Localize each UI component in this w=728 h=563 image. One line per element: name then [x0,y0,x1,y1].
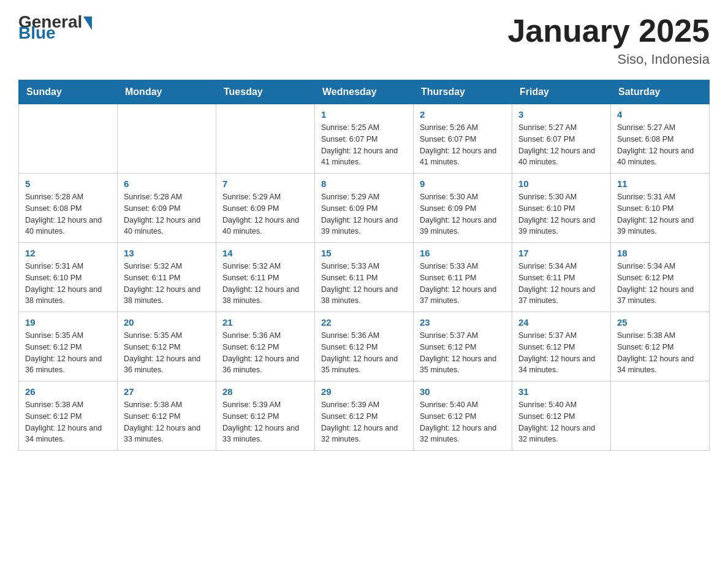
calendar-cell: 7Sunrise: 5:29 AMSunset: 6:09 PMDaylight… [216,174,315,243]
calendar-cell: 4Sunrise: 5:27 AMSunset: 6:08 PMDaylight… [611,104,710,174]
day-number: 16 [420,248,506,258]
day-number: 15 [321,248,407,258]
calendar-cell: 1Sunrise: 5:25 AMSunset: 6:07 PMDaylight… [315,104,414,174]
calendar-cell: 22Sunrise: 5:36 AMSunset: 6:12 PMDayligh… [315,312,414,381]
day-number: 30 [420,386,506,397]
day-info: Sunrise: 5:33 AMSunset: 6:11 PMDaylight:… [420,261,506,307]
day-number: 31 [518,386,604,397]
day-info: Sunrise: 5:38 AMSunset: 6:12 PMDaylight:… [25,399,111,445]
calendar-table: Sunday Monday Tuesday Wednesday Thursday… [18,80,710,451]
page-title: January 2025 [507,12,710,49]
calendar-cell: 2Sunrise: 5:26 AMSunset: 6:07 PMDaylight… [414,104,512,174]
calendar-cell: 28Sunrise: 5:39 AMSunset: 6:12 PMDayligh… [216,381,315,451]
calendar-cell: 30Sunrise: 5:40 AMSunset: 6:12 PMDayligh… [414,381,512,451]
day-number: 18 [617,248,703,258]
day-info: Sunrise: 5:40 AMSunset: 6:12 PMDaylight:… [420,399,506,445]
calendar-cell: 29Sunrise: 5:39 AMSunset: 6:12 PMDayligh… [315,381,414,451]
calendar-cell: 15Sunrise: 5:33 AMSunset: 6:11 PMDayligh… [315,243,414,312]
day-info: Sunrise: 5:37 AMSunset: 6:12 PMDaylight:… [518,330,604,376]
day-info: Sunrise: 5:27 AMSunset: 6:07 PMDaylight:… [518,122,604,168]
day-info: Sunrise: 5:25 AMSunset: 6:07 PMDaylight:… [321,122,407,168]
col-tuesday: Tuesday [216,80,315,104]
page-subtitle: Siso, Indonesia [507,52,710,67]
day-number: 25 [617,317,703,327]
day-info: Sunrise: 5:39 AMSunset: 6:12 PMDaylight:… [321,399,407,445]
calendar-week-row: 19Sunrise: 5:35 AMSunset: 6:12 PMDayligh… [19,312,710,381]
day-info: Sunrise: 5:32 AMSunset: 6:11 PMDaylight:… [222,261,308,307]
calendar-cell: 25Sunrise: 5:38 AMSunset: 6:12 PMDayligh… [611,312,710,381]
day-number: 9 [420,178,506,189]
day-info: Sunrise: 5:38 AMSunset: 6:12 PMDaylight:… [124,399,210,445]
calendar-cell: 19Sunrise: 5:35 AMSunset: 6:12 PMDayligh… [19,312,118,381]
day-number: 20 [124,317,210,327]
day-info: Sunrise: 5:38 AMSunset: 6:12 PMDaylight:… [617,330,703,376]
day-number: 3 [518,109,604,120]
calendar-cell: 26Sunrise: 5:38 AMSunset: 6:12 PMDayligh… [19,381,118,451]
calendar-cell: 3Sunrise: 5:27 AMSunset: 6:07 PMDaylight… [512,104,611,174]
day-info: Sunrise: 5:30 AMSunset: 6:09 PMDaylight:… [420,191,506,237]
calendar-cell: 24Sunrise: 5:37 AMSunset: 6:12 PMDayligh… [512,312,611,381]
calendar-cell: 31Sunrise: 5:40 AMSunset: 6:12 PMDayligh… [512,381,611,451]
day-info: Sunrise: 5:33 AMSunset: 6:11 PMDaylight:… [321,261,407,307]
page-header: General Blue January 2025 Siso, Indonesi… [18,12,710,67]
day-number: 24 [518,317,604,327]
calendar-week-row: 12Sunrise: 5:31 AMSunset: 6:10 PMDayligh… [19,243,710,312]
calendar-cell: 5Sunrise: 5:28 AMSunset: 6:08 PMDaylight… [19,174,118,243]
calendar-cell: 12Sunrise: 5:31 AMSunset: 6:10 PMDayligh… [19,243,118,312]
day-info: Sunrise: 5:36 AMSunset: 6:12 PMDaylight:… [222,330,308,376]
calendar-cell: 9Sunrise: 5:30 AMSunset: 6:09 PMDaylight… [414,174,512,243]
col-thursday: Thursday [414,80,512,104]
calendar-header-row: Sunday Monday Tuesday Wednesday Thursday… [19,80,710,104]
calendar-cell [216,104,315,174]
calendar-cell: 14Sunrise: 5:32 AMSunset: 6:11 PMDayligh… [216,243,315,312]
calendar-cell [19,104,118,174]
calendar-cell: 23Sunrise: 5:37 AMSunset: 6:12 PMDayligh… [414,312,512,381]
day-number: 26 [25,386,111,397]
calendar-cell: 21Sunrise: 5:36 AMSunset: 6:12 PMDayligh… [216,312,315,381]
col-sunday: Sunday [19,80,118,104]
calendar-cell: 8Sunrise: 5:29 AMSunset: 6:09 PMDaylight… [315,174,414,243]
calendar-cell [611,381,710,451]
day-info: Sunrise: 5:40 AMSunset: 6:12 PMDaylight:… [518,399,604,445]
day-number: 14 [222,248,308,258]
calendar-cell: 18Sunrise: 5:34 AMSunset: 6:12 PMDayligh… [611,243,710,312]
calendar-cell: 20Sunrise: 5:35 AMSunset: 6:12 PMDayligh… [118,312,216,381]
day-info: Sunrise: 5:31 AMSunset: 6:10 PMDaylight:… [617,191,703,237]
logo-blue-text: Blue [18,23,56,43]
day-info: Sunrise: 5:39 AMSunset: 6:12 PMDaylight:… [222,399,308,445]
calendar-cell: 10Sunrise: 5:30 AMSunset: 6:10 PMDayligh… [512,174,611,243]
day-number: 4 [617,109,703,120]
col-friday: Friday [512,80,611,104]
day-info: Sunrise: 5:34 AMSunset: 6:11 PMDaylight:… [518,261,604,307]
calendar-week-row: 5Sunrise: 5:28 AMSunset: 6:08 PMDaylight… [19,174,710,243]
col-wednesday: Wednesday [315,80,414,104]
calendar-week-row: 1Sunrise: 5:25 AMSunset: 6:07 PMDaylight… [19,104,710,174]
day-info: Sunrise: 5:32 AMSunset: 6:11 PMDaylight:… [124,261,210,307]
day-number: 19 [25,317,111,327]
col-saturday: Saturday [611,80,710,104]
day-number: 5 [25,178,111,189]
day-number: 12 [25,248,111,258]
day-number: 1 [321,109,407,120]
day-info: Sunrise: 5:37 AMSunset: 6:12 PMDaylight:… [420,330,506,376]
calendar-cell: 17Sunrise: 5:34 AMSunset: 6:11 PMDayligh… [512,243,611,312]
day-number: 17 [518,248,604,258]
day-info: Sunrise: 5:35 AMSunset: 6:12 PMDaylight:… [25,330,111,376]
day-number: 29 [321,386,407,397]
day-info: Sunrise: 5:28 AMSunset: 6:09 PMDaylight:… [124,191,210,237]
day-number: 10 [518,178,604,189]
calendar-week-row: 26Sunrise: 5:38 AMSunset: 6:12 PMDayligh… [19,381,710,451]
day-number: 8 [321,178,407,189]
col-monday: Monday [118,80,216,104]
logo-arrow-icon [83,17,92,30]
title-block: January 2025 Siso, Indonesia [507,12,710,67]
calendar-cell: 6Sunrise: 5:28 AMSunset: 6:09 PMDaylight… [118,174,216,243]
day-info: Sunrise: 5:26 AMSunset: 6:07 PMDaylight:… [420,122,506,168]
day-info: Sunrise: 5:30 AMSunset: 6:10 PMDaylight:… [518,191,604,237]
day-number: 27 [124,386,210,397]
day-number: 7 [222,178,308,189]
calendar-cell: 11Sunrise: 5:31 AMSunset: 6:10 PMDayligh… [611,174,710,243]
day-number: 2 [420,109,506,120]
day-number: 22 [321,317,407,327]
day-number: 28 [222,386,308,397]
